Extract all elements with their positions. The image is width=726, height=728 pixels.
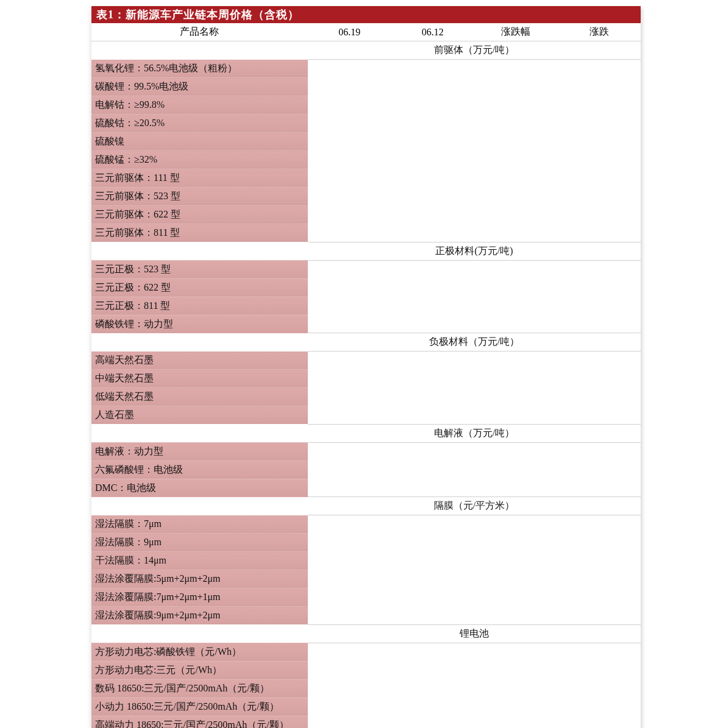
value-cell bbox=[308, 607, 391, 625]
value-cell bbox=[557, 406, 641, 425]
value-cell bbox=[391, 679, 474, 698]
value-cell bbox=[308, 60, 391, 78]
value-cell bbox=[308, 78, 391, 96]
value-cell bbox=[391, 442, 474, 461]
col-date-1: 06.19 bbox=[308, 23, 391, 41]
product-name-cell: DMC：电池级 bbox=[91, 479, 308, 497]
value-cell bbox=[557, 260, 641, 278]
product-name-cell: 方形动力电芯:磷酸铁锂（元/Wh） bbox=[91, 643, 308, 661]
value-cell bbox=[391, 479, 474, 497]
value-cell bbox=[557, 461, 641, 479]
value-cell bbox=[474, 206, 558, 224]
col-change-pct: 涨跌幅 bbox=[474, 23, 558, 41]
value-cell bbox=[308, 515, 391, 534]
section-spacer bbox=[91, 497, 308, 515]
value-cell bbox=[308, 698, 391, 716]
value-cell bbox=[308, 133, 391, 151]
value-cell bbox=[308, 442, 391, 461]
value-cell bbox=[474, 534, 558, 552]
value-cell bbox=[391, 297, 474, 315]
value-cell bbox=[474, 442, 558, 461]
value-cell bbox=[391, 352, 474, 370]
value-cell bbox=[474, 297, 558, 315]
value-cell bbox=[308, 206, 391, 224]
value-cell bbox=[391, 388, 474, 406]
value-cell bbox=[557, 388, 641, 406]
data-table: 产品名称 06.19 06.12 涨跌幅 涨跌 前驱体（万元/吨）氢氧化锂：56… bbox=[91, 23, 641, 728]
value-cell bbox=[474, 151, 558, 169]
product-name-cell: 人造石墨 bbox=[91, 406, 308, 425]
value-cell bbox=[308, 406, 391, 425]
table-row: 高端天然石墨 bbox=[91, 352, 641, 370]
product-name-cell: 三元前驱体：111 型 bbox=[91, 169, 308, 188]
table-row: 方形动力电芯:磷酸铁锂（元/Wh） bbox=[91, 643, 641, 661]
value-cell bbox=[391, 188, 474, 206]
value-cell bbox=[557, 698, 641, 716]
section-spacer bbox=[91, 242, 308, 260]
value-cell bbox=[391, 169, 474, 188]
value-cell bbox=[391, 96, 474, 115]
value-cell bbox=[474, 315, 558, 333]
product-name-cell: 中端天然石墨 bbox=[91, 370, 308, 388]
table-row: 三元前驱体：811 型 bbox=[91, 224, 641, 242]
value-cell bbox=[308, 388, 391, 406]
product-name-cell: 低端天然石墨 bbox=[91, 388, 308, 406]
value-cell bbox=[308, 570, 391, 588]
table-row: 三元正极：622 型 bbox=[91, 278, 641, 297]
product-name-cell: 六氟磷酸锂：电池级 bbox=[91, 461, 308, 479]
section-spacer bbox=[91, 41, 308, 60]
table-row: 电解液：动力型 bbox=[91, 442, 641, 461]
value-cell bbox=[391, 315, 474, 333]
value-cell bbox=[474, 96, 558, 115]
product-name-cell: 三元正极：523 型 bbox=[91, 260, 308, 278]
value-cell bbox=[557, 716, 641, 728]
table-row: DMC：电池级 bbox=[91, 479, 641, 497]
value-cell bbox=[557, 151, 641, 169]
product-name-cell: 方形动力电芯:三元（元/Wh） bbox=[91, 661, 308, 679]
value-cell bbox=[308, 224, 391, 242]
value-cell bbox=[308, 188, 391, 206]
table-row: 硫酸镍 bbox=[91, 133, 641, 151]
value-cell bbox=[308, 151, 391, 169]
section-spacer bbox=[91, 624, 308, 643]
value-cell bbox=[557, 370, 641, 388]
value-cell bbox=[474, 78, 558, 96]
value-cell bbox=[391, 60, 474, 78]
table-header-row: 产品名称 06.19 06.12 涨跌幅 涨跌 bbox=[91, 23, 641, 41]
col-date-2: 06.12 bbox=[391, 23, 474, 41]
value-cell bbox=[474, 115, 558, 133]
value-cell bbox=[391, 534, 474, 552]
product-name-cell: 三元前驱体：622 型 bbox=[91, 206, 308, 224]
value-cell bbox=[557, 297, 641, 315]
value-cell bbox=[474, 461, 558, 479]
table-row: 三元正极：523 型 bbox=[91, 260, 641, 278]
value-cell bbox=[308, 479, 391, 497]
section-spacer bbox=[91, 424, 308, 442]
value-cell bbox=[557, 278, 641, 297]
value-cell bbox=[391, 461, 474, 479]
col-product-name: 产品名称 bbox=[91, 23, 308, 41]
section-header: 隔膜（元/平方米） bbox=[308, 497, 641, 515]
value-cell bbox=[391, 661, 474, 679]
value-cell bbox=[391, 607, 474, 625]
value-cell bbox=[391, 406, 474, 425]
product-name-cell: 硫酸钴：≥20.5% bbox=[91, 115, 308, 133]
table-row: 干法隔膜：14μm bbox=[91, 552, 641, 570]
value-cell bbox=[308, 169, 391, 188]
table-row: 高端动力 18650:三元/国产/2500mAh（元/颗） bbox=[91, 716, 641, 728]
table-row: 数码 18650:三元/国产/2500mAh（元/颗） bbox=[91, 679, 641, 698]
value-cell bbox=[308, 661, 391, 679]
value-cell bbox=[557, 534, 641, 552]
section-header: 电解液（万元/吨） bbox=[308, 424, 641, 442]
product-name-cell: 硫酸镍 bbox=[91, 133, 308, 151]
value-cell bbox=[557, 115, 641, 133]
value-cell bbox=[391, 278, 474, 297]
value-cell bbox=[557, 661, 641, 679]
value-cell bbox=[391, 716, 474, 728]
value-cell bbox=[557, 479, 641, 497]
value-cell bbox=[308, 315, 391, 333]
value-cell bbox=[557, 133, 641, 151]
value-cell bbox=[391, 643, 474, 661]
value-cell bbox=[308, 679, 391, 698]
product-name-cell: 电解钴：≥99.8% bbox=[91, 96, 308, 115]
